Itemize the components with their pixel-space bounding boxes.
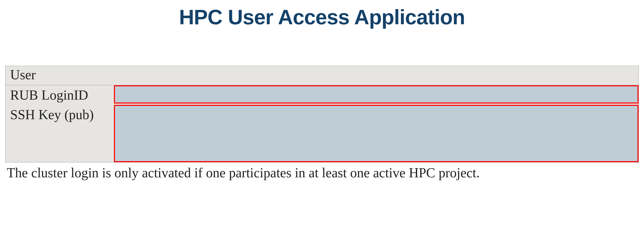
input-cell-ssh-key	[114, 105, 639, 162]
user-form-table: User RUB LoginID SSH Key (pub)	[5, 66, 639, 162]
page-title: HPC User Access Application	[5, 5, 639, 29]
section-header: User	[5, 66, 639, 85]
label-login-id: RUB LoginID	[5, 85, 114, 105]
footnote: The cluster login is only activated if o…	[5, 162, 639, 180]
section-header-row: User	[5, 66, 639, 85]
login-id-field[interactable]	[114, 85, 639, 104]
ssh-key-field[interactable]	[114, 105, 639, 162]
row-ssh-key: SSH Key (pub)	[5, 105, 639, 162]
input-cell-login-id	[114, 85, 639, 105]
row-login-id: RUB LoginID	[5, 85, 639, 105]
label-ssh-key: SSH Key (pub)	[5, 105, 114, 162]
